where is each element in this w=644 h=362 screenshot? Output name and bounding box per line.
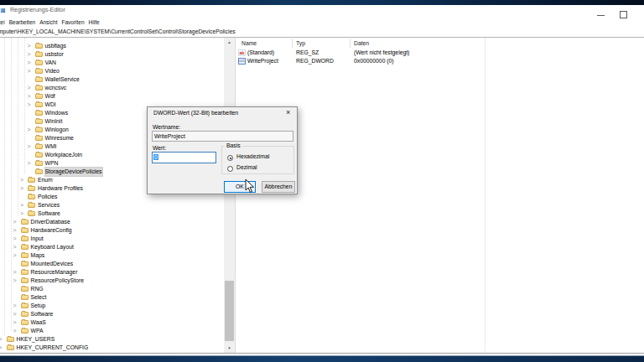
expand-chevron-icon[interactable]: > [28, 126, 31, 134]
tree-item-MountedDevices[interactable]: MountedDevices [0, 260, 224, 268]
table-row[interactable]: ab(Standard)REG_SZ(Wert nicht festgelegt… [236, 49, 644, 57]
tree-item-Setup[interactable]: >Setup [0, 302, 224, 310]
tree-item-Software[interactable]: >Software [0, 209, 224, 218]
menu-datei[interactable]: Datei [0, 19, 7, 25]
folder-icon [35, 60, 43, 65]
folder-icon [35, 153, 43, 158]
selected-text: 0 [153, 154, 158, 160]
expand-chevron-icon[interactable]: > [28, 92, 31, 101]
expand-chevron-icon[interactable]: > [13, 318, 17, 327]
tree-item-wcncsvc[interactable]: >wcncsvc [0, 84, 224, 92]
expand-chevron-icon[interactable]: > [28, 59, 31, 67]
folder-icon [35, 119, 43, 124]
menu-hilfe[interactable]: Hilfe [86, 19, 101, 25]
tree-item-Services[interactable]: >Services [0, 201, 224, 209]
tree-item-label: WDI [45, 101, 56, 109]
folder-icon [28, 186, 35, 191]
tree-item-usbstor[interactable]: >usbstor [0, 50, 224, 59]
column-separator[interactable] [350, 39, 351, 48]
expand-chevron-icon[interactable]: > [28, 142, 31, 151]
value-type: REG_DWORD [296, 57, 334, 65]
close-icon[interactable]: × [286, 108, 290, 116]
tree-item-DriverDatabase[interactable]: >DriverDatabase [0, 218, 224, 226]
tree-item-WaaS[interactable]: >WaaS [0, 318, 224, 327]
tree-item-VAN[interactable]: >VAN [0, 59, 224, 67]
tree-vertical-scrollbar[interactable]: ▲ ▼ [224, 38, 235, 353]
folder-icon [21, 287, 29, 292]
tree-item-label: HardwareConfig [31, 226, 72, 235]
radio-dezimal-label[interactable]: Dezimal [236, 164, 257, 170]
expand-chevron-icon[interactable]: > [13, 277, 17, 285]
wertname-field[interactable]: WriteProject [152, 131, 293, 142]
expand-chevron-icon[interactable]: > [13, 268, 17, 277]
pane-separator[interactable] [235, 38, 236, 353]
expand-chevron-icon[interactable]: > [20, 176, 23, 184]
expand-chevron-icon[interactable]: > [20, 209, 23, 218]
address-bar[interactable]: Computer\HKEY_LOCAL_MACHINE\SYSTEM\Curre… [0, 26, 644, 38]
expand-chevron-icon[interactable]: > [20, 184, 23, 193]
menubar: DateiBearbeitenAnsichtFavoritenHilfe [0, 18, 101, 26]
folder-icon [21, 303, 29, 308]
registry-values-pane[interactable]: Name Typ Daten ab(Standard)REG_SZ(Wert n… [236, 38, 644, 353]
tree-item-Select[interactable]: Select [0, 293, 224, 302]
minimize-button[interactable] [597, 15, 605, 17]
tree-item-ResourcePolicyStore[interactable]: >ResourcePolicyStore [0, 277, 224, 285]
tree-item-HKEY_CURRENT_CONFIG[interactable]: >HKEY_CURRENT_CONFIG [0, 344, 224, 352]
tree-item-RNG[interactable]: RNG [0, 285, 224, 293]
column-header-daten[interactable]: Daten [354, 38, 369, 49]
radio-hexadezimal-label[interactable]: Hexadezimal [236, 153, 269, 159]
expand-chevron-icon[interactable]: > [28, 101, 31, 109]
radio-dezimal[interactable] [227, 166, 233, 172]
tree-item-HKEY_USERS[interactable]: >HKEY_USERS [0, 335, 224, 344]
column-header-typ[interactable]: Typ [296, 38, 305, 49]
tree-item-Wdf[interactable]: >Wdf [0, 92, 224, 101]
column-separator[interactable] [292, 39, 293, 48]
expand-chevron-icon[interactable]: > [13, 251, 17, 260]
expand-chevron-icon[interactable]: > [13, 327, 17, 335]
cancel-button[interactable]: Abbrechen [262, 181, 295, 193]
reg-sz-icon: ab [238, 49, 246, 56]
folder-icon [35, 136, 43, 141]
expand-chevron-icon[interactable]: > [13, 302, 17, 310]
registry-tree-pane[interactable]: >usbflags>usbstor>VAN>VideoWalletService… [0, 38, 224, 353]
expand-chevron-icon[interactable]: > [13, 310, 17, 318]
expand-chevron-icon[interactable]: > [13, 226, 17, 235]
expand-chevron-icon[interactable]: > [28, 50, 31, 59]
expand-chevron-icon[interactable]: > [13, 235, 17, 243]
tree-item-ResourceManager[interactable]: >ResourceManager [0, 268, 224, 277]
wert-input[interactable]: 0 [152, 152, 216, 163]
tree-item-Maps[interactable]: >Maps [0, 251, 224, 260]
folder-icon [35, 111, 43, 116]
expand-chevron-icon[interactable]: > [0, 344, 3, 352]
table-row[interactable]: 011WriteProjectREG_DWORD0x00000000 (0) [236, 57, 644, 65]
expand-chevron-icon[interactable]: > [28, 67, 31, 75]
expand-chevron-icon[interactable]: > [28, 159, 31, 168]
expand-chevron-icon[interactable]: > [0, 335, 3, 344]
radio-hexadezimal[interactable] [227, 155, 233, 161]
menu-bearbeiten[interactable]: Bearbeiten [7, 19, 37, 25]
tree-item-WalletService[interactable]: WalletService [0, 75, 224, 84]
expand-chevron-icon[interactable]: > [20, 201, 23, 209]
taskbar[interactable] [0, 355, 644, 362]
maximize-button[interactable] [620, 11, 627, 18]
tree-item-usbflags[interactable]: >usbflags [0, 42, 224, 50]
tree-item-Software[interactable]: >Software [0, 310, 224, 318]
folder-icon [35, 169, 43, 174]
tree-item-Input[interactable]: >Input [0, 235, 224, 243]
expand-chevron-icon[interactable]: > [28, 84, 31, 92]
expand-chevron-icon[interactable]: > [13, 243, 17, 251]
folder-icon [21, 220, 29, 225]
expand-chevron-icon[interactable]: > [13, 218, 17, 226]
tree-item-WPA[interactable]: >WPA [0, 327, 224, 335]
tree-item-HardwareConfig[interactable]: >HardwareConfig [0, 226, 224, 235]
column-header-name[interactable]: Name [242, 38, 257, 49]
scroll-down-icon[interactable]: ▼ [224, 344, 235, 353]
expand-chevron-icon[interactable]: > [28, 42, 31, 50]
menu-ansicht[interactable]: Ansicht [38, 19, 60, 25]
scroll-up-icon[interactable]: ▲ [224, 38, 235, 47]
menu-favoriten[interactable]: Favoriten [60, 19, 86, 25]
folder-icon [35, 127, 43, 132]
scrollbar-thumb[interactable] [225, 281, 234, 341]
tree-item-Video[interactable]: >Video [0, 67, 224, 75]
tree-item-Keyboard Layout[interactable]: >Keyboard Layout [0, 243, 224, 251]
